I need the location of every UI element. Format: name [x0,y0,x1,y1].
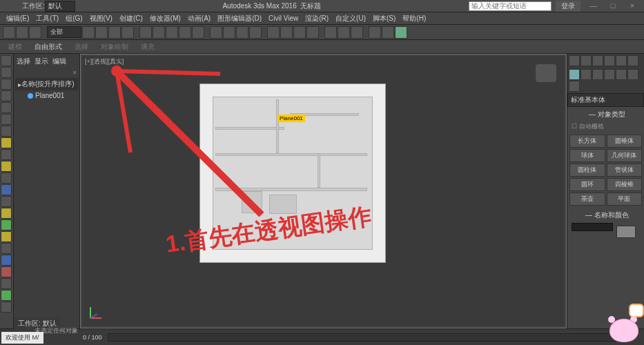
ltool-21[interactable] [1,290,12,301]
ltool-18[interactable] [1,255,12,266]
cmd-create-icon[interactable] [569,55,580,66]
select-button[interactable] [82,26,95,39]
ribbon-modeling[interactable]: 建模 [4,41,26,52]
schematic-button[interactable] [338,26,350,39]
cmd-display-icon[interactable] [616,55,627,66]
menu-script[interactable]: 脚本(S) [371,14,398,23]
ltool-14[interactable] [1,208,12,219]
btn-torus[interactable]: 圆环 [569,178,605,191]
search-input[interactable] [469,1,552,11]
minimize-button[interactable]: — [585,1,603,11]
ltool-6[interactable] [1,114,12,125]
btn-teapot[interactable]: 茶壶 [569,193,605,206]
menu-group[interactable]: 组(G) [64,14,84,23]
scene-tab-display[interactable]: 显示 [35,57,48,66]
pivot-button[interactable] [192,26,204,39]
btn-sphere[interactable]: 球体 [569,149,605,162]
rotate-button[interactable] [153,26,165,39]
scene-close[interactable]: × [15,68,78,78]
scene-tab-edit[interactable]: 编辑 [52,57,66,66]
btn-pyramid[interactable]: 四棱锥 [607,178,643,191]
snap-toggle[interactable] [210,26,222,39]
percent-snap-toggle[interactable] [236,26,248,39]
menu-civilview[interactable]: Civil View [266,14,300,22]
curve-editor-button[interactable] [324,26,337,39]
space-warps-icon[interactable] [627,69,638,80]
ribbon-populate[interactable]: 填充 [137,41,159,52]
login-button[interactable]: 登录 [556,1,580,12]
render-frame-button[interactable] [382,26,394,39]
refcoord-button[interactable] [179,26,191,39]
ltool-3[interactable] [1,79,12,90]
align-button[interactable] [293,26,306,39]
menu-view[interactable]: 视图(V) [88,14,115,23]
cmd-modify-icon[interactable] [580,55,592,66]
ltool-9[interactable] [1,149,12,160]
menu-modifiers[interactable]: 修改器(M) [148,14,183,23]
timeline[interactable]: 0 / 100 [0,328,644,345]
ltool-2[interactable] [1,67,12,78]
ltool-5[interactable] [1,102,12,113]
ltool-7[interactable] [1,126,12,137]
selection-filter[interactable]: 全部 [47,26,81,38]
ltool-11[interactable] [1,172,12,184]
btn-plane[interactable]: 平面 [607,193,643,206]
helpers-icon[interactable] [616,69,627,80]
ltool-22[interactable] [1,302,12,313]
menu-animation[interactable]: 动画(A) [186,14,213,23]
btn-box[interactable]: 长方体 [569,135,605,148]
link-button[interactable] [29,26,41,39]
scene-tab-select[interactable]: 选择 [17,57,30,66]
ltool-15[interactable] [1,219,12,230]
viewcube[interactable] [536,64,556,82]
cmd-motion-icon[interactable] [604,55,615,66]
menu-create[interactable]: 创建(C) [117,14,145,23]
lights-icon[interactable] [592,69,603,80]
layer-button[interactable] [306,26,319,39]
ltool-1[interactable] [1,55,12,66]
spinner-snap-toggle[interactable] [249,26,262,39]
mirror-button[interactable] [280,26,293,39]
scale-button[interactable] [166,26,178,39]
primitive-dropdown[interactable]: 标准基本体 [567,93,644,107]
viewport-label[interactable]: [+][透视][真实] [85,57,124,66]
ltool-10[interactable] [1,161,12,172]
cameras-icon[interactable] [604,69,615,80]
cmd-utilities-icon[interactable] [627,55,638,66]
scene-header[interactable]: ▸ 名称(按升序排序) [15,78,78,90]
select-name-button[interactable] [95,26,108,39]
ltool-12[interactable] [1,184,12,195]
angle-snap-toggle[interactable] [223,26,235,39]
menu-tools[interactable]: 工具(T) [34,14,61,23]
shapes-icon[interactable] [580,69,592,80]
systems-icon[interactable] [569,81,580,92]
render-button[interactable] [395,26,407,39]
viewport-perspective[interactable]: [+][透视][真实] Plane001 1.首先在透视图操作 [80,54,567,328]
select-region-button[interactable] [108,26,121,39]
menu-customize[interactable]: 自定义(U) [333,14,368,23]
ribbon-freeform[interactable]: 自由形式 [30,41,66,52]
scene-node-plane001[interactable]: Plane001 [15,90,78,101]
menu-grapheditors[interactable]: 图形编辑器(D) [215,14,264,23]
object-name-input[interactable] [572,223,613,231]
ltool-20[interactable] [1,278,12,289]
ribbon-selection[interactable]: 选择 [70,41,92,52]
color-swatch[interactable] [616,226,636,238]
named-selection-button[interactable] [267,26,280,39]
autogrid-checkbox[interactable]: ☐ 自动栅格 [567,121,644,132]
undo-button[interactable] [3,26,15,39]
ltool-16[interactable] [1,231,12,242]
time-slider[interactable] [108,333,630,342]
move-button[interactable] [139,26,152,39]
geom-icon[interactable] [569,69,580,80]
cmd-hierarchy-icon[interactable] [592,55,603,66]
material-editor-button[interactable] [351,26,363,39]
ltool-4[interactable] [1,90,12,101]
redo-button[interactable] [16,26,28,39]
ribbon-objectpaint[interactable]: 对象绘制 [97,41,133,52]
ltool-17[interactable] [1,243,12,254]
window-crossing-button[interactable] [121,26,134,39]
ltool-19[interactable] [1,266,12,277]
workspace-dropdown[interactable]: 默认 [45,1,75,12]
menu-help[interactable]: 帮助(H) [400,14,428,23]
